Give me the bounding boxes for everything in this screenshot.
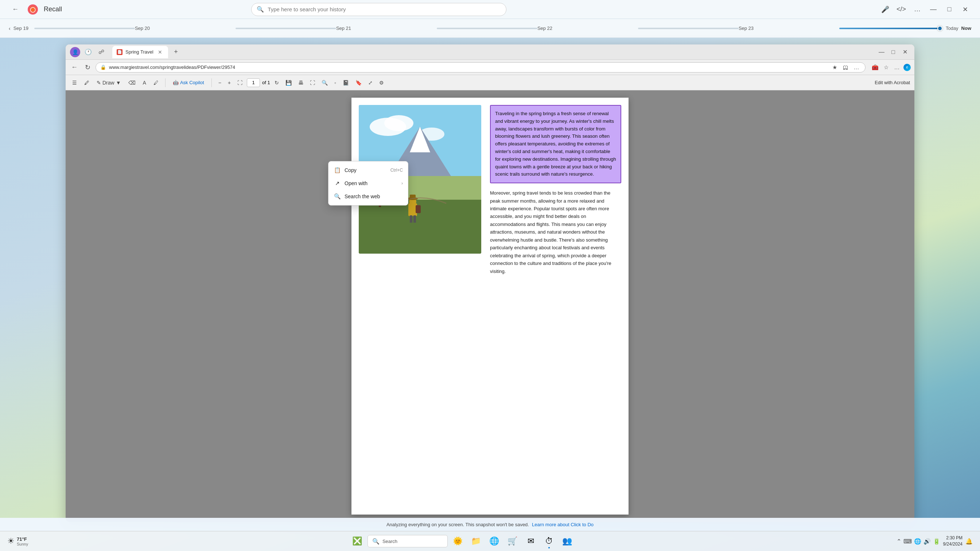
- network-icon[interactable]: 🌐: [914, 538, 921, 545]
- weather-widget[interactable]: ☀ 71°F Sunny: [7, 537, 28, 546]
- timeline-line-sep22: [638, 28, 739, 29]
- tab-close-button[interactable]: ✕: [156, 48, 164, 56]
- weather-temp: 71°F: [17, 537, 28, 542]
- open-with-label: Open with: [352, 180, 368, 186]
- tab-title: Spring Travel: [126, 49, 153, 55]
- system-tray-icons: ⌃ ⌨ 🌐 🔊 🔋: [897, 538, 940, 545]
- timeline-sep21[interactable]: Sep 21: [336, 25, 437, 31]
- page-navigation: − + ⛶ of 1 ↻ 💾 🖶 ⛶ 🔍 ◦ 📓 🔖 ⤢ ⚙: [216, 78, 386, 88]
- maximize-button[interactable]: □: [943, 4, 955, 15]
- pdf-text-button[interactable]: A: [141, 78, 148, 88]
- timeline-label-sep19: Sep 19: [13, 25, 29, 31]
- code-view-icon[interactable]: </>: [896, 4, 907, 15]
- timeline-line-sep21: [437, 28, 538, 29]
- keyboard-icon[interactable]: ⌨: [904, 538, 912, 545]
- expand-button[interactable]: ⤢: [366, 78, 375, 88]
- taskbar-left-section: ☀ 71°F Sunny: [7, 537, 28, 546]
- pdf-annotate-button[interactable]: 🖉: [82, 78, 92, 88]
- taskbar-widgets-app[interactable]: 🌞: [450, 533, 466, 549]
- microphone-icon[interactable]: 🎤: [880, 4, 891, 15]
- battery-icon[interactable]: 🔋: [933, 538, 940, 545]
- browser-more-icon[interactable]: …: [852, 63, 861, 72]
- rotate-button[interactable]: ↻: [272, 78, 281, 88]
- taskbar-search-icon: 🔍: [372, 538, 380, 545]
- edit-acrobat-button[interactable]: Edit with Acrobat: [875, 80, 910, 85]
- window-minimize-button[interactable]: —: [877, 47, 887, 57]
- context-open-with-item[interactable]: ↗ Open with ›: [352, 177, 408, 190]
- start-button[interactable]: ❎: [349, 533, 365, 549]
- minimize-button[interactable]: —: [928, 4, 939, 15]
- fullscreen-button[interactable]: ⛶: [308, 78, 317, 88]
- page-number-input[interactable]: [247, 78, 260, 87]
- pdf-eraser-button[interactable]: ⌫: [126, 78, 138, 88]
- favorites-icon[interactable]: ★: [830, 63, 839, 72]
- address-bar: ← ↻ 🔒 www.margiestravel.com/springtravel…: [65, 60, 915, 75]
- browser-refresh-button[interactable]: ↻: [83, 62, 92, 73]
- context-search-web-item[interactable]: 🔍 Search the web: [352, 190, 408, 203]
- save-pdf-button[interactable]: 💾: [283, 78, 294, 88]
- browser-back-button[interactable]: ←: [69, 62, 80, 73]
- reading-view-icon[interactable]: 🕮: [841, 63, 850, 72]
- pdf-ink-button[interactable]: 🖊: [151, 78, 161, 88]
- pdf-right-tools: Edit with Acrobat: [875, 80, 910, 85]
- taskbar-teams-app[interactable]: 👥: [559, 533, 575, 549]
- url-bar[interactable]: 🔒 www.margiestravel.com/springtravelidea…: [95, 62, 865, 73]
- pdf-settings-button[interactable]: ⚙: [377, 78, 386, 88]
- toolbar-separator-1: [165, 78, 165, 87]
- extensions-icon[interactable]: 🧰: [870, 63, 880, 72]
- taskbar: ☀ 71°F Sunny ❎ 🔍 Search 🌞 📁 🌐 🛒 ✉ ⏱ 👥 ⌃ …: [0, 531, 980, 551]
- timeline-label-sep21: Sep 21: [336, 25, 351, 31]
- pdf-search-button[interactable]: 🔍: [320, 78, 330, 88]
- pdf-draw-button[interactable]: ✎ Draw ▼: [94, 78, 123, 88]
- window-maximize-button[interactable]: □: [888, 47, 898, 57]
- ask-copilot-button[interactable]: 🤖 Ask Copilot: [170, 80, 207, 85]
- back-button[interactable]: ←: [9, 3, 22, 16]
- notification-center-icon[interactable]: 🔔: [966, 538, 973, 545]
- new-tab-button[interactable]: +: [171, 47, 181, 57]
- weather-sun-icon: ☀: [7, 537, 14, 546]
- two-page-button[interactable]: 📓: [340, 78, 351, 88]
- timeline-sep22[interactable]: Sep 22: [538, 25, 638, 31]
- fit-page-button[interactable]: ⛶: [235, 78, 245, 88]
- volume-icon[interactable]: 🔊: [923, 538, 931, 545]
- window-close-button[interactable]: ✕: [900, 47, 910, 57]
- timeline-sep19[interactable]: ‹ Sep 19: [9, 25, 29, 31]
- taskbar-mail-app[interactable]: ✉: [523, 533, 539, 549]
- bookmark-button[interactable]: 🔖: [353, 78, 364, 88]
- profile-icon[interactable]: 👤: [70, 47, 80, 57]
- browser-window: 👤 🕐 ☍ 📄 Spring Travel ✕ + — □ ✕ ← ↻ 🔒 ww…: [65, 44, 915, 522]
- active-tab[interactable]: 📄 Spring Travel ✕: [112, 46, 168, 58]
- bookmarks-icon[interactable]: ☍: [96, 47, 107, 57]
- ask-copilot-label: Ask Copilot: [180, 80, 204, 85]
- expand-tray-icon[interactable]: ⌃: [897, 538, 901, 545]
- taskbar-edge-app[interactable]: 🌐: [486, 533, 503, 549]
- browser-settings-icon[interactable]: …: [892, 63, 901, 72]
- print-button[interactable]: 🖶: [296, 78, 305, 88]
- pdf-page-content: Traveling in the spring brings a fresh s…: [352, 98, 628, 283]
- clock-widget[interactable]: 2:30 PM 9/24/2024: [943, 535, 963, 547]
- history-search-input[interactable]: [267, 6, 501, 13]
- highlighted-paragraph[interactable]: Traveling in the spring brings a fresh s…: [490, 105, 621, 183]
- taskbar-search-label: Search: [382, 538, 398, 544]
- add-favorites-icon[interactable]: ☆: [881, 63, 890, 72]
- timeline-sep23[interactable]: Sep 23: [739, 25, 839, 31]
- context-copy-item[interactable]: 📋 Copy Ctrl+C: [352, 164, 408, 177]
- taskbar-file-explorer-app[interactable]: 📁: [468, 533, 484, 549]
- layout-button[interactable]: ◦: [332, 78, 338, 88]
- timeline-today[interactable]: Today: [946, 25, 958, 31]
- taskbar-store-app[interactable]: 🛒: [504, 533, 520, 549]
- history-search-box[interactable]: 🔍: [251, 3, 506, 16]
- close-button[interactable]: ✕: [959, 4, 971, 15]
- taskbar-recall-app[interactable]: ⏱: [541, 533, 557, 549]
- zoom-in-button[interactable]: +: [226, 78, 233, 88]
- more-options-icon[interactable]: …: [912, 4, 923, 15]
- notification-link[interactable]: Learn more about Click to Do: [532, 522, 593, 527]
- timeline-line-today: [839, 28, 940, 29]
- zoom-out-button[interactable]: −: [216, 78, 223, 88]
- pdf-list-view-button[interactable]: ☰: [70, 78, 79, 88]
- timeline-label-sep22: Sep 22: [538, 25, 552, 31]
- timeline-sep20[interactable]: Sep 20: [135, 25, 235, 31]
- taskbar-search-box[interactable]: 🔍 Search: [368, 535, 448, 547]
- current-time: 2:30 PM: [943, 535, 963, 541]
- history-icon[interactable]: 🕐: [83, 47, 93, 57]
